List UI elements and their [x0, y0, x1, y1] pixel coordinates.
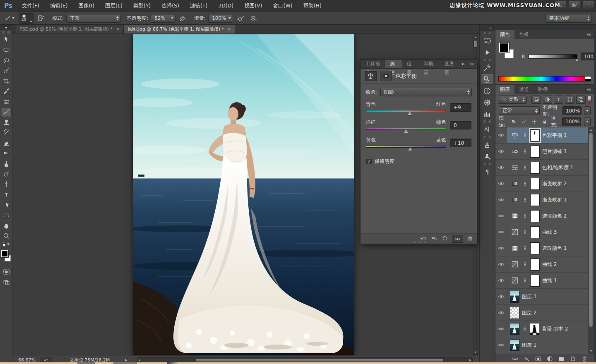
slider-thumb[interactable]	[408, 147, 412, 151]
mask-link-icon[interactable]	[522, 131, 528, 139]
layer-visibility-toggle[interactable]	[495, 273, 507, 288]
quick-mask-icon[interactable]	[1, 267, 12, 277]
slider-track[interactable]	[366, 146, 446, 148]
mask-link-icon[interactable]	[522, 325, 527, 333]
adjustment-selcolor-icon[interactable]	[510, 244, 520, 252]
layer-row[interactable]: 渐变映射 2	[495, 176, 588, 192]
layers-panel-tab[interactable]: 通道	[514, 85, 534, 94]
tone-select[interactable]: 阴影	[380, 88, 472, 96]
add-layer-mask-button[interactable]	[535, 355, 542, 362]
minimize-button[interactable]	[555, 1, 566, 9]
workspace-select[interactable]: 基本功能	[546, 14, 592, 23]
filter-fsmart-button[interactable]	[576, 96, 586, 104]
dock-gripper[interactable]	[482, 32, 493, 34]
slider-track[interactable]	[366, 110, 446, 112]
menu-item[interactable]: 视图(V)	[239, 0, 267, 12]
layer-mask-thumbnail[interactable]	[530, 275, 540, 287]
dock-charstyles-icon[interactable]: A	[481, 124, 493, 135]
color-panel-menu-icon[interactable]	[585, 30, 594, 39]
dock-gripper[interactable]	[482, 163, 493, 165]
screen-mode-icon[interactable]	[1, 277, 12, 287]
properties-panel-tab[interactable]: 信息	[402, 60, 419, 68]
layer-row[interactable]: 选取颜色 1	[495, 240, 588, 256]
adjustment-curves-icon[interactable]	[510, 276, 520, 285]
toolstrip-gripper[interactable]	[2, 31, 10, 34]
flow-select[interactable]: 100%	[208, 14, 233, 23]
layer-thumbnail[interactable]	[510, 307, 519, 319]
adjustment-curves-icon[interactable]	[510, 228, 520, 236]
healing-patch-tool[interactable]	[1, 96, 12, 107]
adjustment-scales-icon[interactable]	[510, 131, 520, 139]
marquee-tool[interactable]	[1, 45, 12, 55]
close-tab-icon[interactable]: ×	[116, 26, 120, 32]
pressure-opacity-icon[interactable]	[178, 13, 188, 23]
dock-toolpresets-icon[interactable]	[481, 62, 493, 73]
mask-link-icon[interactable]	[522, 163, 528, 172]
shape-tool[interactable]	[1, 210, 12, 220]
layer-visibility-toggle[interactable]	[495, 224, 507, 240]
menu-item[interactable]: 文件(F)	[17, 0, 45, 12]
adjustment-photofilter-icon[interactable]	[510, 147, 520, 156]
layer-row[interactable]: 曲线 1	[495, 273, 588, 289]
hand-tool[interactable]	[1, 220, 12, 231]
mask-link-icon[interactable]	[522, 244, 528, 252]
new-layer-button[interactable]	[570, 355, 577, 362]
close-button[interactable]	[583, 1, 594, 9]
scroll-up-arrow[interactable]	[474, 36, 477, 38]
layers-panel-menu-icon[interactable]	[585, 85, 594, 94]
type-tool[interactable]: T	[1, 189, 12, 200]
k-channel-slider[interactable]	[529, 54, 577, 59]
blend-mode-select[interactable]: 正常	[66, 14, 121, 23]
pen-tool[interactable]	[1, 179, 12, 189]
color-balance-icon[interactable]	[365, 71, 377, 81]
lockall-button[interactable]	[541, 118, 548, 125]
color-spectrum-bar[interactable]	[498, 76, 591, 81]
dock-properties-icon[interactable]	[481, 74, 493, 85]
layer-style-button[interactable]: fx	[523, 355, 530, 362]
brush-button[interactable]	[520, 118, 527, 125]
filter-fpixel-button[interactable]	[531, 96, 541, 104]
dock-expand-icon[interactable]	[480, 25, 495, 31]
slider-thumb[interactable]	[408, 112, 412, 115]
menu-item[interactable]: 窗口(W)	[268, 0, 298, 12]
layer-mask-thumbnail[interactable]	[530, 242, 540, 254]
layer-fill-dropdown[interactable]	[584, 117, 591, 126]
zoom-tool[interactable]	[1, 231, 12, 241]
crop-tool[interactable]	[1, 76, 12, 86]
layer-visibility-toggle[interactable]	[495, 127, 507, 143]
k-channel-value[interactable]: 100	[581, 53, 596, 60]
layer-thumbnail[interactable]	[510, 291, 519, 303]
menu-item[interactable]: 类型(Y)	[128, 0, 156, 12]
layer-opacity-value[interactable]: 100%	[562, 106, 582, 115]
dock-brushpresets-icon[interactable]	[481, 139, 493, 150]
dock-gripper[interactable]	[482, 136, 493, 138]
layer-mask-thumbnail[interactable]	[530, 210, 540, 222]
menu-item[interactable]: 编辑(E)	[45, 0, 73, 12]
properties-panel-tab[interactable]: 直方图	[440, 60, 461, 68]
layer-blend-mode-select[interactable]: 正常	[499, 106, 540, 115]
mask-link-icon[interactable]	[522, 228, 528, 236]
layer-mask-thumbnail[interactable]	[530, 226, 540, 238]
layer-opacity-dropdown[interactable]	[584, 106, 591, 115]
scroll-right-arrow[interactable]	[469, 359, 471, 362]
layer-row[interactable]: 色彩平衡 1	[495, 127, 588, 144]
menu-item[interactable]: 帮助(H)	[298, 0, 327, 12]
brush-size-picker[interactable]: 40	[19, 13, 34, 24]
foreground-color-swatch[interactable]	[1, 250, 8, 257]
layer-filter-type-select[interactable]: 类型	[498, 96, 527, 104]
layer-row[interactable]: 图层 3	[495, 289, 588, 305]
slider-value[interactable]: +9	[450, 103, 471, 112]
layer-visibility-toggle[interactable]	[495, 321, 507, 337]
layer-thumbnail[interactable]	[510, 339, 519, 351]
menu-item[interactable]: 图层(L)	[100, 0, 128, 12]
document-tab[interactable]: 原图.jpg @ 66.7% (色彩平衡 1, 图层蒙版/8) *×	[124, 25, 235, 34]
layers-panel-tab[interactable]: 路径	[534, 85, 553, 94]
layer-row[interactable]: 渐变映射 1	[495, 192, 588, 208]
layer-mask-thumbnail[interactable]	[530, 178, 540, 190]
vertical-scroll-thumb[interactable]	[473, 40, 477, 48]
move-tool[interactable]	[1, 34, 12, 45]
dock-actions-icon[interactable]	[481, 47, 493, 58]
scroll-down-arrow[interactable]	[474, 352, 477, 353]
dock-gripper[interactable]	[482, 120, 493, 123]
path-select-tool[interactable]	[1, 200, 12, 210]
